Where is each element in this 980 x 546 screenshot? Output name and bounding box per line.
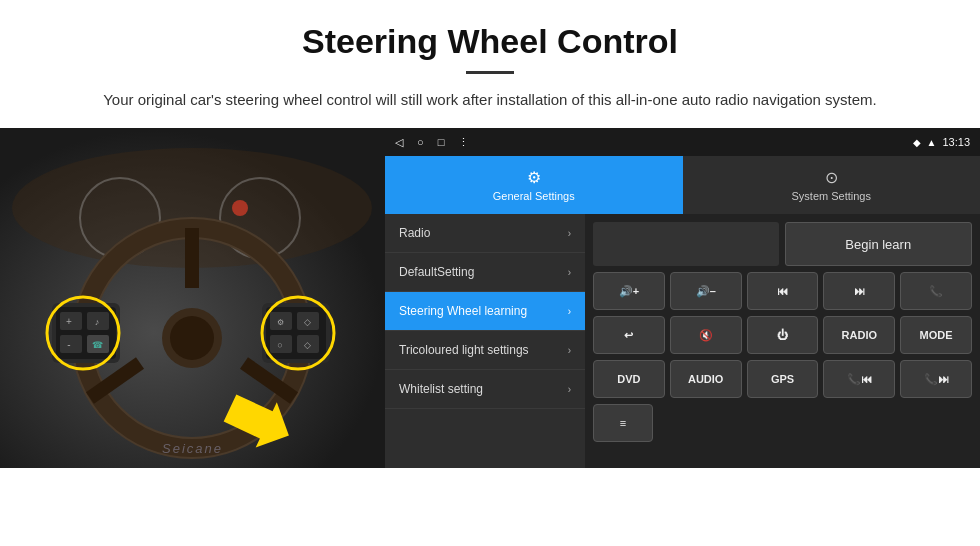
svg-rect-15 xyxy=(60,335,82,353)
menu-steering-label: Steering Wheel learning xyxy=(399,304,527,318)
subtitle: Your original car's steering wheel contr… xyxy=(80,88,900,112)
menu-item-default-setting[interactable]: DefaultSetting › xyxy=(385,253,585,292)
status-right: ◆ ▲ 13:13 xyxy=(913,136,970,148)
dvd-button[interactable]: DVD xyxy=(593,360,665,398)
mute-icon: 🔇 xyxy=(699,329,713,342)
power-button[interactable]: ⏻ xyxy=(747,316,819,354)
radio-label: RADIO xyxy=(842,329,877,341)
call-next-button[interactable]: 📞⏭ xyxy=(900,360,972,398)
list-button[interactable]: ≡ xyxy=(593,404,653,442)
vol-up-button[interactable]: 🔊+ xyxy=(593,272,665,310)
gps-button[interactable]: GPS xyxy=(747,360,819,398)
power-icon: ⏻ xyxy=(777,329,788,341)
menu-item-radio[interactable]: Radio › xyxy=(385,214,585,253)
radio-button[interactable]: RADIO xyxy=(823,316,895,354)
tab-system-settings[interactable]: ⊙ System Settings xyxy=(683,156,981,214)
menu-whitelist-label: Whitelist setting xyxy=(399,382,483,396)
menu-tricoloured-chevron: › xyxy=(568,345,571,356)
content-area: + ♪ - ☎ ⚙ ◇ ○ xyxy=(0,128,980,468)
svg-text:+: + xyxy=(66,316,72,327)
menu-default-label: DefaultSetting xyxy=(399,265,474,279)
steering-wheel-svg: + ♪ - ☎ ⚙ ◇ ○ xyxy=(0,128,385,468)
audio-label: AUDIO xyxy=(688,373,723,385)
time-display: 13:13 xyxy=(942,136,970,148)
back-nav-icon[interactable]: ◁ xyxy=(395,136,403,149)
menu-item-steering-wheel[interactable]: Steering Wheel learning › xyxy=(385,292,585,331)
car-image-section: + ♪ - ☎ ⚙ ◇ ○ xyxy=(0,128,385,468)
gps-icon: ◆ xyxy=(913,137,921,148)
system-icon: ⊙ xyxy=(825,168,838,187)
menu-radio-label: Radio xyxy=(399,226,430,240)
top-row: Begin learn xyxy=(593,222,972,266)
svg-text:☎: ☎ xyxy=(92,340,103,350)
vol-down-icon: 🔊– xyxy=(696,285,716,298)
begin-learn-button[interactable]: Begin learn xyxy=(785,222,973,266)
tab-general-label: General Settings xyxy=(493,190,575,202)
svg-point-10 xyxy=(170,316,214,360)
next-track-button[interactable]: ⏭ xyxy=(823,272,895,310)
svg-text:◇: ◇ xyxy=(304,340,311,350)
menu-steering-chevron: › xyxy=(568,306,571,317)
prev-track-button[interactable]: ⏮ xyxy=(747,272,819,310)
call-prev-icon: 📞⏮ xyxy=(847,373,872,386)
home-nav-icon[interactable]: ○ xyxy=(417,136,424,148)
right-panel: Begin learn 🔊+ 🔊– ⏮ xyxy=(585,214,980,468)
status-bar: ◁ ○ □ ⋮ ◆ ▲ 13:13 xyxy=(385,128,980,156)
call-icon: 📞 xyxy=(929,285,943,298)
tabs-row: ⚙ General Settings ⊙ System Settings xyxy=(385,156,980,214)
button-row-1: 🔊+ 🔊– ⏮ ⏭ 📞 xyxy=(593,272,972,310)
menu-default-chevron: › xyxy=(568,267,571,278)
menu-nav-icon[interactable]: ⋮ xyxy=(458,136,469,149)
svg-point-3 xyxy=(232,200,248,216)
device-section: ◁ ○ □ ⋮ ◆ ▲ 13:13 ⚙ General Settings xyxy=(385,128,980,468)
signal-icon: ▲ xyxy=(927,137,937,148)
hangup-icon: ↩ xyxy=(624,329,633,342)
button-row-3: DVD AUDIO GPS 📞⏮ 📞⏭ xyxy=(593,360,972,398)
tab-system-label: System Settings xyxy=(792,190,871,202)
vol-up-icon: 🔊+ xyxy=(619,285,639,298)
call-button[interactable]: 📞 xyxy=(900,272,972,310)
button-row-4: ≡ xyxy=(593,404,972,442)
mode-button[interactable]: MODE xyxy=(900,316,972,354)
svg-text:-: - xyxy=(67,339,70,350)
menu-whitelist-chevron: › xyxy=(568,384,571,395)
mode-label: MODE xyxy=(920,329,953,341)
prev-track-icon: ⏮ xyxy=(777,285,788,297)
vol-down-button[interactable]: 🔊– xyxy=(670,272,742,310)
hangup-button[interactable]: ↩ xyxy=(593,316,665,354)
list-icon: ≡ xyxy=(620,417,626,429)
menu-tricoloured-label: Tricoloured light settings xyxy=(399,343,529,357)
svg-text:♪: ♪ xyxy=(95,317,100,327)
menu-item-whitelist[interactable]: Whitelist setting › xyxy=(385,370,585,409)
svg-text:○: ○ xyxy=(277,340,282,350)
audio-button[interactable]: AUDIO xyxy=(670,360,742,398)
next-track-icon: ⏭ xyxy=(854,285,865,297)
dvd-label: DVD xyxy=(617,373,640,385)
svg-text:⚙: ⚙ xyxy=(277,318,284,327)
header-section: Steering Wheel Control Your original car… xyxy=(0,0,980,128)
page-container: Steering Wheel Control Your original car… xyxy=(0,0,980,468)
button-row-2: ↩ 🔇 ⏻ RADIO MODE xyxy=(593,316,972,354)
main-content: Radio › DefaultSetting › Steering Wheel … xyxy=(385,214,980,468)
mute-button[interactable]: 🔇 xyxy=(670,316,742,354)
status-left: ◁ ○ □ ⋮ xyxy=(395,136,469,149)
menu-radio-chevron: › xyxy=(568,228,571,239)
left-menu: Radio › DefaultSetting › Steering Wheel … xyxy=(385,214,585,468)
svg-text:◇: ◇ xyxy=(304,317,311,327)
wheel-graphic: + ♪ - ☎ ⚙ ◇ ○ xyxy=(0,128,385,468)
title-divider xyxy=(466,71,514,74)
page-title: Steering Wheel Control xyxy=(40,22,940,61)
menu-item-tricoloured[interactable]: Tricoloured light settings › xyxy=(385,331,585,370)
call-prev-button[interactable]: 📞⏮ xyxy=(823,360,895,398)
input-display-box xyxy=(593,222,779,266)
tab-general-settings[interactable]: ⚙ General Settings xyxy=(385,156,683,214)
watermark: Seicane xyxy=(162,441,223,456)
settings-gear-icon: ⚙ xyxy=(527,168,541,187)
gps-label: GPS xyxy=(771,373,794,385)
call-next-icon: 📞⏭ xyxy=(924,373,949,386)
recent-nav-icon[interactable]: □ xyxy=(438,136,445,148)
